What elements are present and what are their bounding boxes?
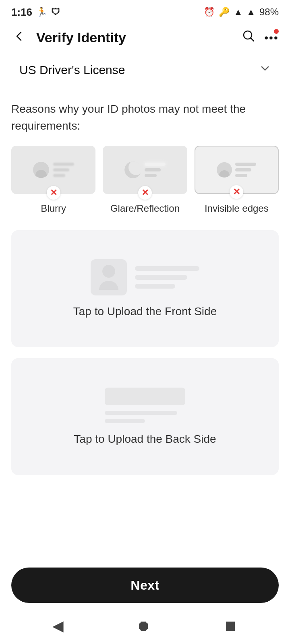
glare-x-mark: ✕ xyxy=(138,186,152,200)
glare-label: Glare/Reflection xyxy=(110,203,180,214)
bottom-nav: ◀ ⏺ ⏹ xyxy=(0,610,290,644)
front-placeholder-illustration xyxy=(91,259,199,295)
edges-x-mark: ✕ xyxy=(230,185,243,199)
next-button-container: Next xyxy=(0,558,290,610)
status-time: 1:16 xyxy=(11,6,32,19)
requirements-section: Reasons why your ID photos may not meet … xyxy=(0,86,290,222)
battery-level: 98% xyxy=(259,6,279,18)
page-title: Verify Identity xyxy=(36,30,234,45)
blurry-label: Blurry xyxy=(41,203,66,214)
status-bar: 1:16 🏃 🛡 ⏰ 🔑 ▲ ▲ 98% xyxy=(0,0,290,23)
edges-illustration xyxy=(217,162,256,178)
glare-card-image: ✕ xyxy=(103,146,187,194)
wifi-icon: ▲ xyxy=(234,7,242,17)
document-type-selector[interactable]: US Driver's License xyxy=(11,54,279,86)
issue-card-glare: ✕ Glare/Reflection xyxy=(103,146,187,214)
blurry-card-image: ✕ xyxy=(11,146,95,194)
upload-back-area[interactable]: Tap to Upload the Back Side xyxy=(11,358,279,475)
svg-point-0 xyxy=(244,31,252,39)
upload-front-label: Tap to Upload the Front Side xyxy=(73,305,217,318)
next-button[interactable]: Next xyxy=(11,568,279,603)
upload-back-label: Tap to Upload the Back Side xyxy=(74,433,216,446)
chevron-down-icon xyxy=(259,63,271,77)
more-options-button[interactable]: ••• xyxy=(263,31,280,44)
upload-section: Tap to Upload the Front Side Tap to Uplo… xyxy=(0,222,290,483)
vpn-icon: 🛡 xyxy=(51,7,60,17)
recent-nav-button[interactable]: ⏹ xyxy=(223,617,238,634)
alarm-icon: ⏰ xyxy=(204,7,215,17)
edges-card-image: ✕ xyxy=(195,146,279,194)
upload-front-area[interactable]: Tap to Upload the Front Side xyxy=(11,230,279,347)
back-nav-button[interactable]: ◀ xyxy=(52,617,64,634)
back-button[interactable] xyxy=(10,30,29,45)
blurry-x-mark: ✕ xyxy=(47,186,60,200)
back-placeholder-illustration xyxy=(105,388,185,423)
signal-icon: ▲ xyxy=(246,7,255,17)
requirements-description: Reasons why your ID photos may not meet … xyxy=(11,101,279,134)
glare-illustration xyxy=(124,161,166,178)
edges-label: Invisible edges xyxy=(205,203,269,214)
issue-card-edges: ✕ Invisible edges xyxy=(195,146,279,214)
document-type-label: US Driver's License xyxy=(19,63,125,77)
notification-icon: 🏃 xyxy=(36,7,47,17)
issue-cards-row: ✕ Blurry ✕ Glare xyxy=(11,146,279,214)
notification-dot xyxy=(274,29,279,34)
top-nav: Verify Identity ••• xyxy=(0,23,290,52)
blurry-illustration xyxy=(33,162,74,178)
issue-card-blurry: ✕ Blurry xyxy=(11,146,95,214)
search-button[interactable] xyxy=(242,29,255,46)
key-icon: 🔑 xyxy=(219,7,230,17)
home-nav-button[interactable]: ⏺ xyxy=(136,617,151,634)
